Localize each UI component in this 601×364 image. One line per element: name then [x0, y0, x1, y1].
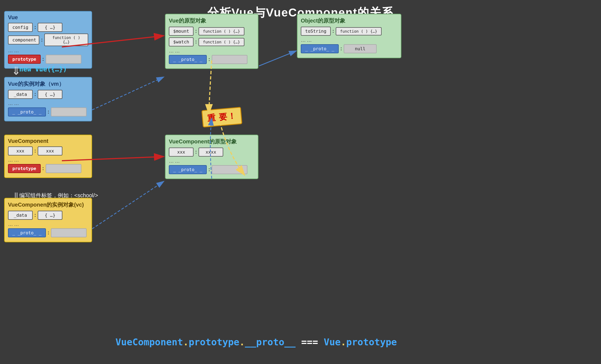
- vue-config-val: { …}: [38, 23, 62, 32]
- vc-prototype-val: [46, 164, 81, 173]
- vue-prototype-key: prototype: [8, 55, 41, 64]
- cp-xxx-val: xxxx: [199, 148, 223, 157]
- vc-inst-proto-val: [51, 228, 87, 237]
- vue-prototype-val: [46, 55, 81, 64]
- vuecomp-box-label: VueComponent: [8, 138, 88, 144]
- tostring-key: toString: [301, 27, 331, 36]
- vue-prototype-row: prototype :: [8, 55, 88, 64]
- formula-proto1: prototype: [189, 337, 239, 348]
- formula-vc: VueComponent: [115, 337, 183, 348]
- vm-proto-row: _ _proto_ _ :: [8, 107, 88, 116]
- vm-proto-val: [51, 107, 87, 116]
- new-vue-label: new Vue({…}): [19, 65, 67, 73]
- vc-data-val: { …}: [38, 211, 62, 220]
- vm-proto-key: _ _proto_ _: [8, 107, 46, 116]
- tostring-val: function ( ) {…}: [336, 27, 382, 35]
- vue-component-val: function ( ) {…}: [44, 34, 88, 46]
- vue-config-key: config: [8, 23, 33, 32]
- mount-key: $mount: [169, 27, 194, 36]
- cp-dots: ……: [169, 158, 255, 164]
- svg-line-6: [259, 51, 296, 66]
- vc-xxx-val: xxx: [38, 146, 62, 155]
- vue-config-row: config : { …}: [8, 23, 88, 32]
- vue-proto-box: Vue的原型对象 $mount : function ( ) {…} $watc…: [165, 14, 258, 69]
- vue-proto-label: Vue的原型对象: [169, 17, 255, 24]
- cp-proto-val: [212, 165, 247, 174]
- vuecomp-instance-label: VueComponen的实例对象(vc): [8, 201, 88, 209]
- vp-dots: ……: [169, 48, 255, 54]
- cp-proto-row: _ _proto_ _ :: [169, 165, 255, 174]
- op-dots: ……: [301, 37, 398, 43]
- svg-line-5: [92, 77, 164, 110]
- vp-proto-val: [212, 55, 247, 64]
- vuecomp-box: VueComponent xxx : xxx …… prototype :: [4, 135, 92, 178]
- vc-xxx-key: xxx: [8, 146, 33, 155]
- watch-val: function ( ) {…}: [199, 38, 244, 46]
- vue-instance-label: Vue的实例对象（vm）: [8, 80, 88, 88]
- vue-component-row: component : function ( ) {…}: [8, 34, 88, 46]
- vm-data-val: { …}: [38, 90, 62, 99]
- op-proto-key: _ _proto_ _: [301, 44, 339, 53]
- vc-prototype-key: prototype: [8, 164, 41, 173]
- tostring-row: toString : function ( ) {…}: [301, 27, 398, 36]
- obj-proto-label: Object的原型对象: [301, 17, 398, 24]
- vue-box: Vue config : { …} component : function (…: [4, 11, 92, 69]
- cp-proto-key: _ _proto_ _: [169, 165, 207, 174]
- vp-proto-row: _ _proto_ _ :: [169, 55, 255, 64]
- mount-row: $mount : function ( ) {…}: [169, 27, 255, 36]
- vc-dots: ……: [8, 157, 88, 163]
- formula-dot1: .: [183, 337, 189, 348]
- vc-inst-proto-row: _ _proto_ _ :: [8, 228, 88, 237]
- vp-proto-key: _ _proto_ _: [169, 55, 207, 64]
- vm-data-key: _data: [8, 90, 33, 99]
- op-proto-row: _ _proto_ _ : null: [301, 44, 398, 53]
- vuecomp-instance-box: VueComponen的实例对象(vc) _data : { …} …… _ _…: [4, 198, 92, 242]
- op-proto-val: null: [344, 44, 377, 53]
- vm-data-row: _data : { …}: [8, 90, 88, 99]
- svg-line-8: [92, 181, 164, 229]
- formula-proto2: __proto__: [245, 337, 296, 348]
- vc-xxx-row: xxx : xxx: [8, 146, 88, 155]
- vc-data-row: _data : { …}: [8, 211, 88, 220]
- formula: VueComponent.prototype.__proto__ === Vue…: [115, 337, 397, 348]
- vm-dots: ……: [8, 101, 88, 106]
- formula-vuep: prototype: [346, 337, 397, 348]
- vue-box-label: Vue: [8, 14, 88, 21]
- obj-proto-box: Object的原型对象 toString : function ( ) {…} …: [297, 14, 401, 58]
- vc-inst-dots: ……: [8, 221, 88, 227]
- vue-dots: ……: [8, 48, 88, 54]
- cp-xxx-row: xxx : xxxx: [169, 148, 255, 157]
- vc-proto-row: prototype :: [8, 164, 88, 173]
- important-badge: 重 要！: [202, 107, 242, 127]
- vue-instance-box: Vue的实例对象（vm） _data : { …} …… _ _proto_ _…: [4, 77, 92, 121]
- vc-data-key: _data: [8, 211, 33, 220]
- vc-inst-proto-key: _ _proto_ _: [8, 228, 46, 237]
- watch-key: $watch: [169, 37, 194, 46]
- vuecomp-proto-box: VueComponent的原型对象 xxx : xxxx …… _ _proto…: [165, 135, 258, 179]
- formula-vue: Vue: [324, 337, 340, 348]
- watch-row: $watch : function ( ) {…}: [169, 37, 255, 46]
- mount-val: function ( ) {…}: [199, 27, 244, 35]
- vuecomp-proto-label: VueComponent的原型对象: [169, 138, 255, 145]
- vue-component-key: component: [8, 35, 39, 45]
- cp-xxx-key: xxx: [169, 148, 194, 157]
